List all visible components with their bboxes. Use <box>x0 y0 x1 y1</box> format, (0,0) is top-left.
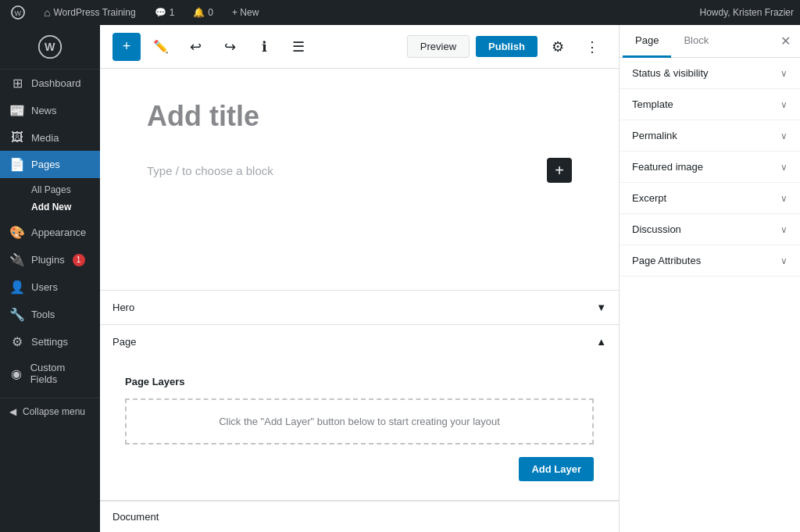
sidebar-logo[interactable]: W <box>0 25 100 70</box>
redo-button[interactable]: ↪ <box>216 33 244 61</box>
sidebar-sub-all-pages[interactable]: All Pages <box>25 181 100 198</box>
sidebar-item-plugins[interactable]: 🔌 Plugins 1 <box>0 246 100 273</box>
main-wrapper: + ✏️ ↩ ↪ ℹ ☰ Preview Publish ⚙ <box>100 25 800 532</box>
panel-section-status: Status & visibility ∨ <box>620 58 800 89</box>
page-layers-empty: Click the "Add Layer" button below to st… <box>125 398 594 445</box>
settings-toggle-button[interactable]: ⚙ <box>544 33 572 61</box>
pages-submenu: All Pages Add New <box>0 178 100 219</box>
panel-section-discussion: Discussion ∨ <box>620 214 800 245</box>
chevron-down-icon: ∨ <box>780 224 788 235</box>
add-block-inline-button[interactable]: + <box>547 158 572 183</box>
sidebar-item-news[interactable]: 📰 News <box>0 97 100 124</box>
info-icon: ℹ <box>262 38 267 55</box>
sidebar: W ⊞ Dashboard 📰 News 🖼 Media 📄 Pages All… <box>0 25 100 532</box>
hero-section-header[interactable]: Hero ▼ <box>100 291 619 324</box>
add-layer-row: Add Layer <box>112 451 606 487</box>
add-block-icon: + <box>123 38 131 55</box>
panel-section-permalink-header[interactable]: Permalink ∨ <box>620 120 800 151</box>
page-layers-container: Page Layers Click the "Add Layer" button… <box>112 368 606 487</box>
appearance-icon: 🎨 <box>9 225 25 240</box>
chevron-down-icon: ∨ <box>780 68 788 79</box>
panel-tabs: Page Block ✕ <box>620 25 800 58</box>
panel-body: Status & visibility ∨ Template ∨ Permali… <box>620 58 800 532</box>
admin-bar-new[interactable]: + New <box>227 7 263 18</box>
pages-icon: 📄 <box>9 157 25 172</box>
sidebar-item-dashboard[interactable]: ⊞ Dashboard <box>0 70 100 97</box>
sidebar-item-settings[interactable]: ⚙ Settings <box>0 328 100 355</box>
block-placeholder[interactable]: Type / to choose a block + <box>147 152 572 189</box>
hero-section-arrow: ▼ <box>596 302 606 313</box>
sidebar-item-pages[interactable]: 📄 Pages <box>0 151 100 178</box>
updates-icon: 🔔 <box>193 7 205 18</box>
brush-button[interactable]: ✏️ <box>147 33 175 61</box>
panel-section-featured-image-header[interactable]: Featured image ∨ <box>620 152 800 182</box>
sidebar-item-tools[interactable]: 🔧 Tools <box>0 301 100 328</box>
admin-bar-home[interactable]: ⌂ WordPress Training <box>39 6 141 19</box>
panel-section-featured-image: Featured image ∨ <box>620 152 800 183</box>
custom-fields-icon: ◉ <box>9 366 24 381</box>
settings-gear-icon: ⚙ <box>552 38 564 55</box>
panel-section-page-attributes: Page Attributes ∨ <box>620 245 800 277</box>
admin-bar-user: Howdy, Kristen Frazier <box>700 7 794 18</box>
media-icon: 🖼 <box>9 130 25 145</box>
admin-bar-updates[interactable]: 🔔 0 <box>188 7 218 18</box>
editor-sections: Hero ▼ Page ▲ Page Layers Click the "Add… <box>100 290 619 501</box>
list-view-icon: ☰ <box>292 38 305 55</box>
hero-section: Hero ▼ <box>100 291 619 325</box>
dashboard-icon: ⊞ <box>9 76 25 91</box>
info-button[interactable]: ℹ <box>250 33 278 61</box>
toolbar-right: Preview Publish ⚙ ⋮ <box>407 33 606 61</box>
add-block-button[interactable]: + <box>112 33 141 61</box>
panel-section-page-attributes-header[interactable]: Page Attributes ∨ <box>620 245 800 276</box>
wp-logo-link[interactable]: W <box>6 5 30 20</box>
panel-section-permalink: Permalink ∨ <box>620 120 800 152</box>
page-section-arrow: ▲ <box>596 336 606 348</box>
editor-area: + ✏️ ↩ ↪ ℹ ☰ Preview Publish ⚙ <box>100 25 619 532</box>
svg-text:W: W <box>15 9 22 17</box>
publish-button[interactable]: Publish <box>476 36 538 57</box>
redo-icon: ↪ <box>224 38 236 55</box>
panel-section-template-header[interactable]: Template ∨ <box>620 89 800 120</box>
svg-text:W: W <box>45 41 55 53</box>
sidebar-item-custom-fields[interactable]: ◉ Custom Fields <box>0 355 100 391</box>
comment-icon: 💬 <box>155 7 166 18</box>
document-section: Document <box>100 501 619 532</box>
panel-close-button[interactable]: ✕ <box>774 25 797 57</box>
brush-icon: ✏️ <box>153 39 169 54</box>
chevron-down-icon: ∨ <box>780 99 788 110</box>
tools-icon: 🔧 <box>9 307 25 322</box>
page-section-header[interactable]: Page ▲ <box>100 325 619 359</box>
panel-section-discussion-header[interactable]: Discussion ∨ <box>620 214 800 245</box>
page-title-input[interactable]: Add title <box>147 100 572 133</box>
page-section-content: Page Layers Click the "Add Layer" button… <box>100 359 619 500</box>
panel-section-status-header[interactable]: Status & visibility ∨ <box>620 58 800 88</box>
preview-button[interactable]: Preview <box>407 35 470 58</box>
sidebar-item-users[interactable]: 👤 Users <box>0 273 100 301</box>
tab-block[interactable]: Block <box>671 25 721 58</box>
undo-button[interactable]: ↩ <box>181 33 209 61</box>
panel-section-excerpt-header[interactable]: Excerpt ∨ <box>620 183 800 213</box>
plugins-badge: 1 <box>73 254 85 266</box>
right-panel: Page Block ✕ Status & visibility ∨ Templ… <box>619 25 800 532</box>
editor-toolbar: + ✏️ ↩ ↪ ℹ ☰ Preview Publish ⚙ <box>100 25 619 69</box>
more-options-button[interactable]: ⋮ <box>578 33 606 61</box>
collapse-icon: ◀ <box>9 406 16 417</box>
page-section: Page ▲ Page Layers Click the "Add Layer"… <box>100 325 619 501</box>
chevron-down-icon: ∨ <box>780 255 788 266</box>
sidebar-item-appearance[interactable]: 🎨 Appearance <box>0 219 100 246</box>
sidebar-sub-add-new[interactable]: Add New <box>25 198 100 216</box>
plugins-icon: 🔌 <box>9 252 25 267</box>
list-view-button[interactable]: ☰ <box>284 33 312 61</box>
collapse-menu[interactable]: ◀ Collapse menu <box>0 398 100 425</box>
settings-icon: ⚙ <box>9 334 25 349</box>
add-layer-button[interactable]: Add Layer <box>519 457 594 481</box>
more-options-icon: ⋮ <box>585 38 599 55</box>
page-layers-title: Page Layers <box>112 368 606 392</box>
panel-section-excerpt: Excerpt ∨ <box>620 183 800 214</box>
admin-bar-comments[interactable]: 💬 1 <box>150 7 180 18</box>
sidebar-item-media[interactable]: 🖼 Media <box>0 124 100 151</box>
editor-content[interactable]: Add title Type / to choose a block + <box>100 69 619 290</box>
chevron-down-icon: ∨ <box>780 130 788 141</box>
users-icon: 👤 <box>9 280 25 295</box>
tab-page[interactable]: Page <box>623 25 671 58</box>
